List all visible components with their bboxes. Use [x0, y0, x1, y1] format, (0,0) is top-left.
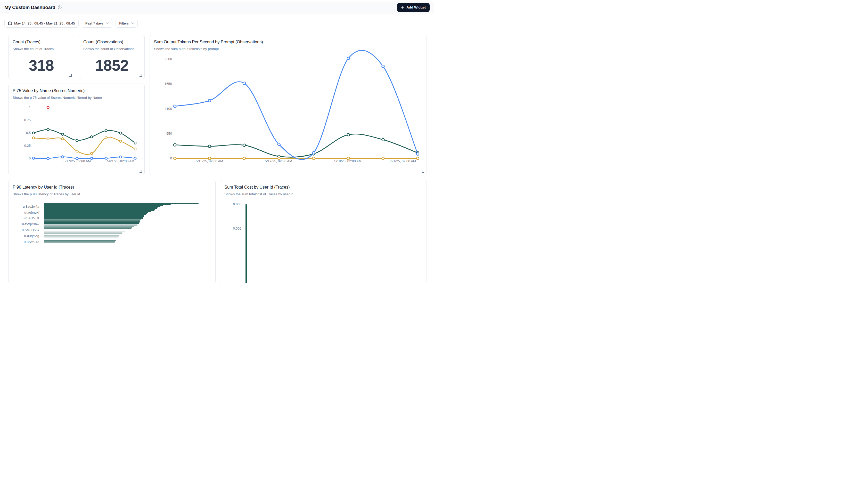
data-point-prompt-teal[interactable] — [416, 152, 419, 154]
data-point-prompt-blue[interactable] — [174, 105, 176, 108]
latency-bar[interactable] — [44, 207, 158, 208]
latency-bar[interactable] — [44, 204, 171, 205]
latency-bar[interactable] — [44, 226, 134, 226]
chart-card-p90-latency: P 90 Latency by User Id (Traces) Shows t… — [8, 180, 216, 243]
latency-bar[interactable] — [44, 241, 115, 242]
latency-bar[interactable] — [44, 218, 143, 219]
resize-handle-icon[interactable] — [422, 170, 424, 173]
latency-bar[interactable] — [44, 209, 155, 210]
filters-button[interactable]: Filters — [116, 19, 138, 28]
data-point-prompt-blue[interactable] — [416, 153, 419, 155]
data-point-score-blue[interactable] — [61, 156, 64, 158]
data-point-prompt-gold[interactable] — [416, 157, 419, 160]
data-point-score-gold[interactable] — [91, 152, 93, 155]
date-preset-select[interactable]: Past 7 days — [82, 19, 113, 28]
latency-bar[interactable] — [44, 206, 160, 207]
latency-bar[interactable] — [44, 240, 117, 240]
latency-bar[interactable] — [44, 211, 151, 212]
data-point-score-teal[interactable] — [105, 129, 107, 132]
data-point-prompt-gold[interactable] — [312, 157, 315, 160]
data-point-score-teal[interactable] — [47, 128, 49, 131]
latency-bar[interactable] — [44, 235, 120, 236]
data-point-prompt-teal[interactable] — [347, 133, 350, 136]
latency-bar[interactable] — [44, 229, 128, 230]
data-point-prompt-gold[interactable] — [243, 157, 246, 160]
data-point-score-blue[interactable] — [119, 156, 122, 158]
latency-bar[interactable] — [44, 220, 140, 221]
chart-title: P 75 Value by Name (Scores Numeric) — [12, 88, 85, 93]
latency-bar[interactable] — [44, 233, 122, 234]
data-point-prompt-blue[interactable] — [243, 82, 246, 85]
chart-title: Sum Total Cost by User Id (Traces) — [224, 185, 289, 190]
data-point-score-teal[interactable] — [32, 132, 35, 134]
latency-bar[interactable] — [44, 238, 118, 238]
latency-bar[interactable] — [44, 214, 146, 215]
latency-bar[interactable] — [44, 232, 123, 233]
data-point-prompt-teal[interactable] — [312, 152, 315, 155]
data-point-score-teal[interactable] — [134, 142, 136, 144]
latency-bar[interactable] — [44, 219, 141, 220]
latency-bar[interactable] — [44, 230, 127, 231]
latency-bar[interactable] — [44, 203, 198, 204]
data-point-prompt-blue[interactable] — [347, 57, 350, 60]
latency-bar[interactable] — [44, 221, 140, 222]
data-point-score-gold[interactable] — [32, 137, 35, 139]
resize-handle-icon[interactable] — [69, 74, 72, 77]
latency-bar[interactable] — [44, 213, 147, 214]
latency-bar[interactable] — [44, 231, 125, 232]
latency-bar[interactable] — [44, 228, 131, 229]
latency-bar[interactable] — [44, 208, 157, 209]
data-point-prompt-gold[interactable] — [174, 157, 176, 160]
calendar-icon — [8, 21, 12, 25]
latency-bar[interactable] — [44, 223, 139, 224]
data-point-score-teal[interactable] — [76, 139, 79, 142]
data-point-score-gold[interactable] — [119, 140, 122, 143]
latency-bar[interactable] — [44, 240, 116, 241]
data-point-prompt-teal[interactable] — [243, 144, 246, 147]
data-point-prompt-blue[interactable] — [382, 65, 384, 68]
resize-handle-icon[interactable] — [140, 170, 142, 173]
latency-bar[interactable] — [44, 224, 137, 225]
data-point-score-teal[interactable] — [91, 136, 93, 138]
data-point-score-gold[interactable] — [76, 150, 79, 152]
add-widget-button[interactable]: Add Widget — [397, 3, 430, 12]
data-point-score-gold[interactable] — [47, 138, 49, 140]
data-point-score-gold[interactable] — [134, 148, 136, 150]
latency-bar[interactable] — [44, 227, 132, 228]
add-widget-label: Add Widget — [406, 5, 426, 9]
latency-bar[interactable] — [44, 222, 140, 223]
data-point-score-blue[interactable] — [134, 157, 136, 159]
info-icon[interactable] — [58, 5, 62, 9]
latency-bar[interactable] — [44, 205, 163, 206]
data-point-prompt-blue[interactable] — [312, 151, 315, 154]
latency-bar[interactable] — [44, 234, 120, 235]
data-point-prompt-teal[interactable] — [278, 155, 280, 158]
data-point-prompt-gold[interactable] — [382, 157, 384, 160]
latency-bar[interactable] — [44, 237, 119, 237]
latency-bar[interactable] — [44, 216, 144, 217]
data-point-score-blue[interactable] — [32, 157, 35, 159]
data-point-prompt-blue[interactable] — [278, 143, 280, 146]
data-point-prompt-blue[interactable] — [208, 99, 211, 102]
latency-bar[interactable] — [44, 217, 144, 218]
latency-bar[interactable] — [44, 239, 117, 239]
latency-bar[interactable] — [44, 225, 137, 226]
data-point-score-gold[interactable] — [105, 137, 107, 139]
data-point-score-gold[interactable] — [61, 138, 64, 140]
latency-bar[interactable] — [44, 210, 154, 211]
latency-bar[interactable] — [44, 236, 119, 236]
data-point-score-red[interactable] — [47, 106, 49, 109]
latency-bar[interactable] — [44, 215, 144, 216]
data-point-score-teal[interactable] — [61, 133, 64, 135]
data-point-score-blue[interactable] — [47, 157, 49, 160]
latency-bar[interactable] — [44, 212, 148, 213]
data-point-score-teal[interactable] — [119, 132, 122, 134]
data-point-prompt-teal[interactable] — [174, 144, 176, 146]
cost-bar[interactable] — [246, 204, 247, 243]
data-point-prompt-teal[interactable] — [208, 145, 211, 148]
data-point-prompt-teal[interactable] — [382, 138, 384, 141]
date-range-picker[interactable]: May 14, 25 : 08:45 - May 21, 25 : 08:45 — [4, 19, 79, 28]
kpi-card-count-traces: Count (Traces) Shows the count of Traces… — [8, 35, 74, 79]
resize-handle-icon[interactable] — [140, 74, 142, 77]
data-point-score-blue[interactable] — [91, 157, 93, 160]
